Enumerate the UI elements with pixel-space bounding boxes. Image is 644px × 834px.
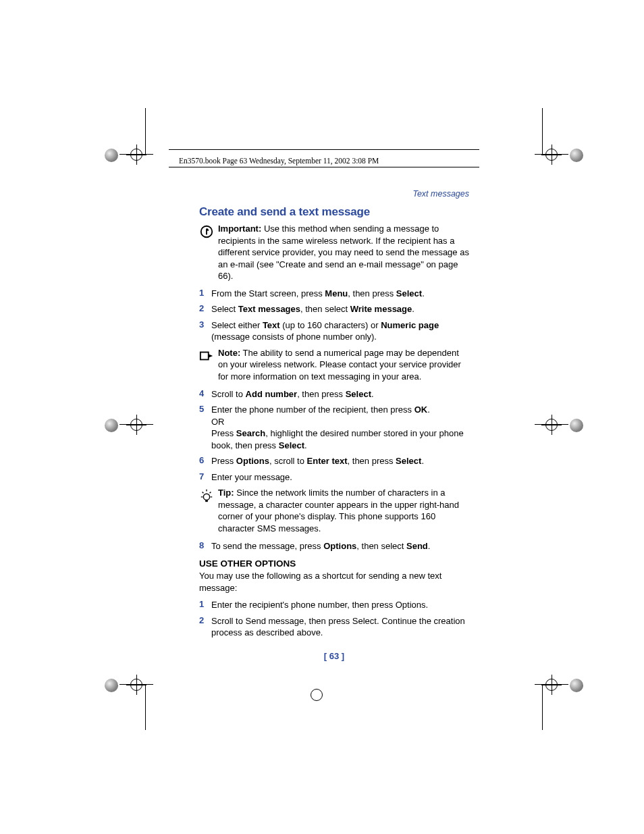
crop-mark <box>489 398 583 493</box>
crop-mark <box>105 398 199 493</box>
crop-mark <box>105 108 199 203</box>
step-item: 2Scroll to Send message, then press Sele… <box>199 615 469 639</box>
step-number: 1 <box>199 288 211 300</box>
svg-rect-3 <box>205 500 208 502</box>
step-item: 1From the Start screen, press Menu, then… <box>199 288 469 300</box>
step-text: Press Options, scroll to Enter text, the… <box>211 455 469 467</box>
important-block: Important: Use this method when sending … <box>199 223 469 282</box>
step-item: 8To send the message, press Options, the… <box>199 540 469 552</box>
step-number: 4 <box>199 388 211 400</box>
step-number: 2 <box>199 615 211 639</box>
note-text: Note: The ability to send a numerical pa… <box>218 347 469 383</box>
header-rule-top <box>169 149 479 150</box>
page-number: [ 63 ] <box>199 651 469 661</box>
step-text: Enter the phone number of the recipient,… <box>211 404 469 451</box>
subheading: USE OTHER OPTIONS <box>199 558 469 569</box>
step-number: 7 <box>199 471 211 484</box>
step-text: Enter the recipient's phone number, then… <box>211 599 469 611</box>
step-number: 2 <box>199 303 211 315</box>
step-number: 6 <box>199 455 211 467</box>
tip-icon <box>199 487 218 534</box>
step-item: 6Press Options, scroll to Enter text, th… <box>199 455 469 467</box>
step-number: 3 <box>199 319 211 343</box>
page-content: Text messages Create and send a text mes… <box>199 189 469 661</box>
tip-block: Tip: Since the network limits the number… <box>199 487 469 534</box>
steps-list: 4Scroll to Add number, then press Select… <box>199 388 469 484</box>
svg-rect-1 <box>200 352 209 359</box>
crop-mark <box>311 689 323 701</box>
section-label: Text messages <box>199 189 469 199</box>
svg-point-2 <box>203 494 209 500</box>
note-icon <box>199 347 218 383</box>
step-number: 8 <box>199 540 211 552</box>
step-number: 5 <box>199 404 211 451</box>
note-block: Note: The ability to send a numerical pa… <box>199 347 469 383</box>
file-header: En3570.book Page 63 Wednesday, September… <box>179 157 379 165</box>
steps-list: 1From the Start screen, press Menu, then… <box>199 288 469 343</box>
step-text: Scroll to Send message, then press Selec… <box>211 615 469 639</box>
step-text: Scroll to Add number, then press Select. <box>211 388 469 400</box>
step-number: 1 <box>199 599 211 611</box>
crop-mark <box>105 679 199 773</box>
step-item: 2Select Text messages, then select Write… <box>199 303 469 315</box>
step-text: From the Start screen, press Menu, then … <box>211 288 469 300</box>
header-rule-bottom <box>169 167 479 167</box>
step-text: Select Text messages, then select Write … <box>211 303 469 315</box>
step-text: Enter your message. <box>211 471 469 484</box>
crop-mark <box>489 108 583 203</box>
body-text: You may use the following as a shortcut … <box>199 570 469 594</box>
step-item: 7Enter your message. <box>199 471 469 484</box>
steps-list: 8To send the message, press Options, the… <box>199 540 469 552</box>
tip-text: Tip: Since the network limits the number… <box>218 487 469 534</box>
step-item: 1Enter the recipient's phone number, the… <box>199 599 469 611</box>
step-item: 3Select either Text (up to 160 character… <box>199 319 469 343</box>
important-text: Important: Use this method when sending … <box>218 223 469 282</box>
steps-list: 1Enter the recipient's phone number, the… <box>199 599 469 639</box>
important-icon <box>199 223 218 282</box>
step-text: To send the message, press Options, then… <box>211 540 469 552</box>
step-item: 5Enter the phone number of the recipient… <box>199 404 469 451</box>
step-item: 4Scroll to Add number, then press Select… <box>199 388 469 400</box>
page-heading: Create and send a text message <box>199 205 469 219</box>
step-text: Select either Text (up to 160 characters… <box>211 319 469 343</box>
crop-mark <box>489 679 583 773</box>
